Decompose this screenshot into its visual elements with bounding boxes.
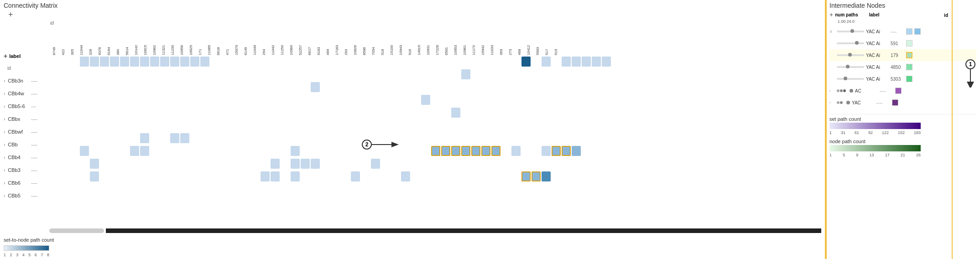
scrollbar-track-dark[interactable] <box>106 228 821 233</box>
matrix-cell <box>200 133 209 143</box>
matrix-cell <box>301 95 310 105</box>
matrix-cell <box>501 171 511 181</box>
expand-icon[interactable]: › <box>4 91 5 96</box>
matrix-cell <box>491 133 500 143</box>
expand-icon[interactable]: › <box>4 168 5 173</box>
matrix-cell <box>441 57 450 67</box>
matrix-cell <box>230 171 240 181</box>
matrix-cell <box>180 95 189 105</box>
matrix-cell <box>220 108 229 118</box>
expand-icon[interactable]: › <box>4 181 5 186</box>
matrix-cell <box>90 133 99 143</box>
list-item[interactable]: › CBb6 ---- <box>4 176 49 189</box>
matrix-cell <box>160 95 169 105</box>
matrix-cell <box>200 159 209 169</box>
matrix-cell <box>321 120 330 130</box>
list-item[interactable]: › CBb4w ---- <box>4 87 49 100</box>
col-header: 14615 <box>414 26 423 55</box>
matrix-cell <box>130 120 139 130</box>
expand-icon[interactable]: › <box>829 88 835 93</box>
matrix-cell <box>421 146 430 156</box>
matrix-cell <box>160 69 169 79</box>
matrix-cell <box>351 159 360 169</box>
matrix-cell <box>210 82 219 92</box>
col-header: 6164 <box>104 26 113 55</box>
matrix-cell <box>572 57 581 67</box>
matrix-cell <box>331 82 340 92</box>
col-id-label: id <box>50 21 821 26</box>
expand-icon[interactable]: › <box>4 104 5 109</box>
matrix-cell <box>110 171 119 181</box>
list-item[interactable]: › CBb4 ---- <box>4 151 49 164</box>
matrix-cell <box>60 82 69 92</box>
matrix-cell <box>190 159 199 169</box>
matrix-cell-highlighted <box>481 146 490 156</box>
matrix-cell <box>220 57 229 67</box>
id-header-right: id <box>944 13 948 18</box>
matrix-cell <box>411 69 420 79</box>
add-button-matrix[interactable]: + <box>8 10 821 20</box>
matrix-cell <box>90 108 99 118</box>
path-count-slider <box>837 78 864 80</box>
matrix-cell <box>70 133 79 143</box>
matrix-cell <box>50 82 59 92</box>
matrix-cell <box>562 69 571 79</box>
list-item[interactable]: › CBbwf ---- <box>4 125 49 138</box>
matrix-cell <box>250 82 260 92</box>
matrix-cell <box>552 82 561 92</box>
matrix-cell <box>582 95 591 105</box>
expand-icon[interactable]: › <box>4 193 5 198</box>
matrix-cell <box>200 57 209 67</box>
add-button-nodes[interactable]: + <box>829 11 833 18</box>
matrix-cell <box>521 57 531 67</box>
matrix-cell <box>431 159 440 169</box>
expand-icon[interactable]: › <box>829 100 835 105</box>
col-header: 10960 <box>287 26 296 55</box>
expand-icon[interactable]: ∨ <box>829 29 835 34</box>
matrix-cell-highlighted <box>441 146 450 156</box>
row-label-text: CBb4w <box>8 91 28 96</box>
matrix-cell <box>291 57 300 67</box>
annotation-arrow-1 <box>966 69 975 88</box>
expand-icon[interactable]: › <box>4 130 5 135</box>
matrix-cell <box>602 120 611 130</box>
matrix-cell <box>60 133 69 143</box>
expand-icon[interactable]: › <box>4 142 5 147</box>
matrix-cell <box>60 69 69 79</box>
matrix-cell <box>341 69 350 79</box>
matrix-cell <box>582 57 591 67</box>
matrix-cell <box>291 120 300 130</box>
table-row <box>49 132 821 145</box>
list-item[interactable]: › CBbx ---- <box>4 113 49 125</box>
row-add-button[interactable]: + <box>4 52 7 60</box>
col-header: 17228 <box>433 26 442 55</box>
matrix-cell <box>562 95 571 105</box>
list-item[interactable]: › CBb3n ---- <box>4 74 49 87</box>
list-item[interactable]: › CBb5-6 --- <box>4 100 49 113</box>
expand-icon[interactable]: › <box>4 78 5 83</box>
list-item[interactable]: › CBb3 ---- <box>4 164 49 176</box>
matrix-cell <box>60 146 69 156</box>
list-item[interactable]: › CBb ---- <box>4 138 49 151</box>
matrix-cell <box>110 120 119 130</box>
matrix-cell <box>401 171 410 181</box>
matrix-cell-highlighted <box>521 171 531 181</box>
matrix-cell <box>160 108 169 118</box>
expand-icon[interactable]: › <box>4 155 5 160</box>
horizontal-scrollbar[interactable] <box>49 228 821 233</box>
matrix-cell <box>542 171 551 181</box>
matrix-cell <box>70 108 79 118</box>
matrix-cell <box>511 108 521 118</box>
matrix-cell <box>100 108 109 118</box>
lbl: 1 <box>829 130 832 135</box>
matrix-cell <box>532 69 541 79</box>
matrix-cell <box>371 171 380 181</box>
slider-thumb <box>844 77 847 80</box>
list-item[interactable]: › CBb5 ---- <box>4 189 49 202</box>
matrix-cell <box>461 108 470 118</box>
dot-node <box>850 89 853 93</box>
node-id: ---- <box>876 100 890 105</box>
matrix-cell <box>301 133 310 143</box>
row-label-text: CBb6 <box>8 180 28 186</box>
expand-icon[interactable]: › <box>4 117 5 122</box>
